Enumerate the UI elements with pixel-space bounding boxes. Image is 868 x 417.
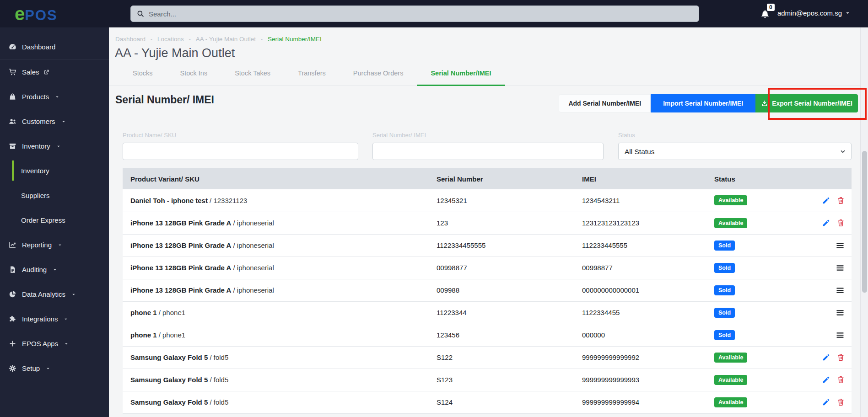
column-header-serial: Serial Number [437,168,582,189]
breadcrumb-item[interactable]: Dashboard [115,36,146,43]
box-icon [8,142,17,150]
sidebar-item-reporting[interactable]: Reporting [0,232,109,257]
status-cell: Sold [714,234,792,257]
chevron-down-icon [64,317,68,321]
table-row: iPhone 13 128GB Pink Grade A / iphoneser… [123,212,852,234]
filter-product: Product Name/ SKU [123,132,358,160]
edit-icon[interactable] [822,219,830,227]
column-header-status: Status [714,168,792,189]
vertical-scrollbar[interactable] [860,27,868,417]
row-menu-icon[interactable] [835,308,845,317]
import-serial-number-button[interactable]: Import Serial Number/IMEI [651,94,755,112]
imei-cell: 000000000000001 [582,279,714,301]
app-logo[interactable]: e POS [15,4,58,26]
chevron-down-icon [64,342,69,346]
chevron-down-icon [71,292,76,297]
main-content: Dashboard-Locations-AA - Yujie Main Outl… [109,27,868,417]
tab-purchase-orders[interactable]: Purchase Orders [340,69,417,86]
add-serial-number-button[interactable]: Add Serial Number/IMEI [559,94,651,112]
status-select[interactable]: All Status [618,143,852,160]
product-variant-cell: iPhone 13 128GB Pink Grade A / iphoneser… [123,234,437,257]
sidebar-item-label: Customers [22,118,55,125]
row-menu-icon[interactable] [835,331,845,340]
table-row: iPhone 13 128GB Pink Grade A / iphoneser… [123,257,852,279]
tab-transfers[interactable]: Transfers [284,69,340,86]
chevron-down-icon [845,11,850,16]
breadcrumb-item[interactable]: AA - Yujie Main Outlet [196,36,256,43]
sidebar-item-data-analytics[interactable]: Data Analytics [0,282,109,306]
sidebar-item-auditing[interactable]: Auditing [0,257,109,282]
breadcrumb-item[interactable]: Locations [157,36,184,43]
external-link-icon [43,69,50,75]
table-row: Samsung Galaxy Fold 5 / fold5S1239999999… [123,369,852,391]
serial-number-cell: 009988 [437,279,582,301]
users-icon [8,117,17,126]
product-variant-cell: iPhone 13 128GB Pink Grade A / iphoneser… [123,279,437,301]
edit-icon[interactable] [822,375,830,384]
status-badge: Available [714,375,747,385]
breadcrumb-item: Serial Number/IMEI [268,36,322,43]
trash-icon[interactable] [836,219,845,227]
table-row: iPhone 13 128GB Pink Grade A / iphoneser… [123,279,852,301]
chevron-down-icon [58,243,62,247]
gauge-icon [8,43,17,51]
page-title: AA - Yujie Main Outlet [115,46,235,60]
sidebar-item-inventory[interactable]: Inventory [0,134,109,158]
sidebar-item-products[interactable]: Products [0,84,109,109]
sidebar-item-epos-apps[interactable]: EPOS Apps [0,331,109,356]
sidebar-subitem-suppliers[interactable]: Suppliers [0,183,109,208]
filter-serial: Serial Number/ IMEI [372,132,604,160]
sidebar-item-integrations[interactable]: Integrations [0,306,109,331]
status-cell: Sold [714,324,792,346]
sidebar-item-customers[interactable]: Customers [0,109,109,134]
status-badge: Sold [714,241,735,251]
status-badge: Sold [714,308,735,318]
trash-icon[interactable] [836,398,845,406]
status-cell: Available [714,369,792,391]
scrollbar-thumb[interactable] [862,151,867,293]
export-serial-number-button[interactable]: Export Serial Number/IMEI [755,94,858,112]
trash-icon[interactable] [836,375,845,384]
edit-icon[interactable] [822,196,830,205]
sidebar-subitem-inventory[interactable]: Inventory [0,158,109,183]
tab-stock-takes[interactable]: Stock Takes [221,69,284,86]
row-menu-icon[interactable] [835,286,845,295]
sidebar: DashboardSalesProductsCustomersInventory… [0,27,109,417]
sidebar-item-label: Inventory [22,142,50,150]
tab-serial-number-imei[interactable]: Serial Number/IMEI [417,69,505,86]
column-header-product: Product Variant/ SKU [123,168,437,189]
status-cell: Sold [714,257,792,279]
product-variant-cell: Samsung Galaxy Fold 5 / fold5 [123,346,437,369]
sidebar-item-sales[interactable]: Sales [0,59,109,84]
imei-cell: 000000 [582,324,714,346]
table-row: Samsung Galaxy Fold 5 / fold5S1229999999… [123,346,852,369]
bag-icon [8,92,17,101]
imei-cell: 999999999999994 [582,391,714,413]
breadcrumb: Dashboard-Locations-AA - Yujie Main Outl… [115,36,322,43]
status-cell: Available [714,189,792,212]
sidebar-subitem-order-express[interactable]: Order Express [0,208,109,232]
product-variant-cell: phone 1 / phone1 [123,301,437,324]
sidebar-item-dashboard[interactable]: Dashboard [0,35,109,59]
puzzle-icon [8,315,17,323]
trash-icon[interactable] [836,353,845,362]
serial-number-imei-input[interactable] [372,143,604,160]
tab-stock-ins[interactable]: Stock Ins [167,69,221,86]
column-header-imei: IMEI [582,168,714,189]
imei-cell: 112233445555 [582,234,714,257]
filter-serial-label: Serial Number/ IMEI [372,132,604,139]
tab-stocks[interactable]: Stocks [119,69,167,86]
chevron-down-icon [61,119,66,124]
sidebar-item-setup[interactable]: Setup [0,356,109,380]
actions-cell [792,234,852,257]
product-name-sku-input[interactable] [123,143,358,160]
user-menu[interactable]: admin@epos.com.sg [777,9,850,17]
notifications-button[interactable]: 0 [760,7,771,19]
search-input[interactable] [149,10,693,18]
sidebar-item-label: Reporting [22,241,52,249]
trash-icon[interactable] [836,196,845,205]
edit-icon[interactable] [822,398,830,406]
row-menu-icon[interactable] [835,241,845,250]
edit-icon[interactable] [822,353,830,362]
row-menu-icon[interactable] [835,263,845,273]
